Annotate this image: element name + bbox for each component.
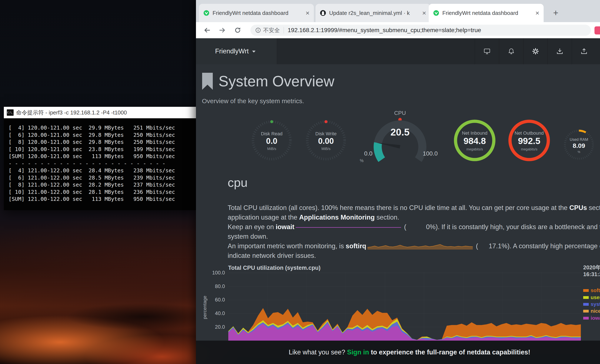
gauge-disk-write[interactable]: Disk Write 0.00 MiB/s: [305, 119, 347, 162]
back-icon[interactable]: [202, 26, 212, 35]
gauge-units: %: [562, 150, 596, 154]
applications-monitoring-link[interactable]: Applications Monitoring: [299, 214, 375, 221]
tab-title: Update r2s_lean_minimal.yml · k: [329, 10, 419, 16]
terminal-line: - - - - - - - - - - - - - - - - - - - - …: [9, 160, 191, 167]
gauge-cpu[interactable]: CPU 20.5 0.0 100.0 %: [361, 110, 439, 174]
terminal-line: [ 6] 120.00-121.00 sec 29.8 MBytes 250 M…: [9, 131, 191, 139]
terminal-output: [ 4] 120.00-121.00 sec 29.9 MBytes 251 M…: [4, 118, 196, 210]
terminal-line: [SUM] 120.00-121.00 sec 113 MBytes 950 M…: [9, 153, 191, 160]
y-tick-label: 60.0: [208, 297, 225, 303]
export-button[interactable]: [572, 38, 596, 64]
softirq-sparkline-chart[interactable]: [367, 243, 473, 250]
settings-button[interactable]: [523, 38, 548, 64]
page-subtitle: Overview of the key system metrics.: [202, 97, 304, 105]
gauge-disk-read[interactable]: Disk Read 0.0 MiB/s: [250, 119, 293, 162]
legend-swatch: [583, 303, 589, 306]
alarms-button[interactable]: [499, 38, 523, 64]
print-screen-button[interactable]: [475, 38, 499, 64]
y-tick-label: 20.0: [208, 324, 225, 330]
url-text[interactable]: 192.168.2.1:19999/#menu_system_submenu_c…: [288, 27, 481, 34]
iowait-label: iowait: [276, 223, 294, 231]
terminal-titlebar[interactable]: C:\_ 命令提示符 - iperf3 -c 192.168.1.2 -P4 -…: [4, 107, 196, 118]
refresh-icon[interactable]: [233, 26, 242, 35]
legend-item-user[interactable]: user: [583, 295, 600, 300]
disk-write-dot: [324, 120, 328, 123]
forward-icon[interactable]: [218, 26, 227, 35]
tab-close-icon[interactable]: ×: [422, 9, 426, 16]
text: indicate network driver issues.: [228, 252, 316, 259]
legend-swatch: [583, 317, 589, 319]
text: section, and per: [587, 204, 600, 212]
legend-swatch: [583, 296, 589, 299]
terminal-line: [ 4] 120.00-121.00 sec 29.9 MBytes 251 M…: [9, 124, 191, 131]
gauge-units: MiB/s: [250, 147, 293, 151]
legend-swatch: [583, 289, 589, 292]
tab-netdata-1[interactable]: FriendlyWrt netdata dashboard ×: [199, 4, 314, 22]
paragraph-line: Total CPU utilization (all cores). 100% …: [228, 203, 600, 213]
upload-icon: [580, 47, 588, 55]
gauge-units: MiB/s: [305, 147, 347, 151]
new-tab-button[interactable]: +: [550, 7, 562, 19]
info-icon[interactable]: [255, 27, 261, 33]
browser-window: FriendlyWrt netdata dashboard × Update r…: [196, 0, 600, 364]
gauge-value: 0.00: [305, 137, 347, 146]
text: system down.: [228, 233, 268, 240]
gauge-max: 100.0: [421, 150, 440, 157]
gauge-value: 984.8: [452, 136, 497, 146]
softirq-percent-value: 17.1: [478, 241, 501, 251]
chart-title: Total CPU utilization (system.cpu): [228, 265, 321, 271]
paragraph-line: application usage at the Applications Mo…: [228, 213, 399, 222]
bell-icon: [507, 47, 515, 55]
legend-item-system[interactable]: system: [583, 301, 600, 307]
terminal-title: 命令提示符 - iperf3 -c 192.168.1.2 -P4 -t1000: [16, 109, 127, 116]
tab-netdata-2-active[interactable]: FriendlyWrt netdata dashboard ×: [429, 4, 544, 22]
tab-close-icon[interactable]: ×: [535, 9, 539, 16]
paragraph-line: Keep an eye on iowait (0%). If it is con…: [228, 222, 600, 232]
extension-icon[interactable]: [594, 26, 600, 35]
softirq-label: softirq: [346, 242, 366, 250]
legend-swatch: [583, 310, 589, 313]
gauge-label: Used RAM: [562, 137, 596, 142]
legend-item-nice[interactable]: nice: [583, 308, 600, 314]
security-label: 不安全: [263, 27, 280, 34]
terminal-window[interactable]: C:\_ 命令提示符 - iperf3 -c 192.168.1.2 -P4 -…: [4, 107, 196, 210]
chart-time: 16:31:2: [583, 271, 600, 278]
terminal-line: [ 8] 121.00-122.00 sec 28.2 MBytes 237 M…: [9, 181, 191, 188]
download-icon: [556, 47, 564, 55]
gauge-label: Net Outbound: [507, 131, 552, 136]
sign-in-link[interactable]: Sign in: [347, 348, 369, 356]
brand-dropdown[interactable]: FriendlyWrt: [215, 38, 255, 64]
text: %). If it is constantly high, your disks…: [430, 223, 600, 231]
iowait-percent-value: 0: [406, 222, 430, 232]
netdata-favicon: [203, 10, 210, 16]
github-favicon: [320, 10, 326, 16]
gear-icon: [532, 47, 539, 55]
import-button[interactable]: [547, 38, 572, 64]
y-tick-label: 40.0: [208, 310, 225, 316]
legend-item-softirq[interactable]: softirq: [583, 288, 600, 293]
y-tick-label: 100.0: [208, 270, 225, 276]
tab-title: FriendlyWrt netdata dashboard: [442, 10, 532, 16]
tab-github[interactable]: Update r2s_lean_minimal.yml · k ×: [316, 4, 431, 22]
cpus-link[interactable]: CPUs: [569, 204, 587, 212]
y-axis-title: percentage: [202, 286, 208, 329]
text: (: [402, 223, 406, 231]
y-tick-label: 80.0: [208, 283, 225, 289]
signin-text: Like what you see? Sign in to experience…: [289, 341, 530, 364]
gauge-value: 992.5: [507, 136, 552, 146]
iowait-sparkline-chart[interactable]: [296, 224, 401, 231]
address-bar[interactable]: 不安全 192.168.2.1:19999/#menu_system_subme…: [250, 25, 591, 36]
text: Total CPU utilization (all cores). 100% …: [228, 204, 569, 212]
legend-item-iowait[interactable]: iowait: [583, 315, 600, 321]
terminal-line: [ 8] 120.00-121.00 sec 29.8 MBytes 250 M…: [9, 139, 191, 146]
gauge-net-outbound[interactable]: Net Outbound 992.5 megabits/s: [507, 118, 552, 163]
signin-banner: Like what you see? Sign in to experience…: [196, 341, 600, 364]
paragraph-line: system down.: [228, 232, 268, 241]
terminal-line: [SUM] 121.00-122.00 sec 113 MBytes 950 M…: [9, 196, 191, 203]
cpu-utilization-chart[interactable]: [228, 272, 581, 341]
gauge-net-inbound[interactable]: Net Inbound 984.8 megabits/s: [452, 118, 497, 163]
tab-close-icon[interactable]: ×: [306, 9, 309, 16]
paragraph-line: An important metric worth monitoring, is…: [228, 241, 600, 251]
gauge-used-ram[interactable]: Used RAM 8.09 %: [562, 128, 596, 162]
browser-toolbar: 不安全 192.168.2.1:19999/#menu_system_subme…: [196, 22, 600, 38]
